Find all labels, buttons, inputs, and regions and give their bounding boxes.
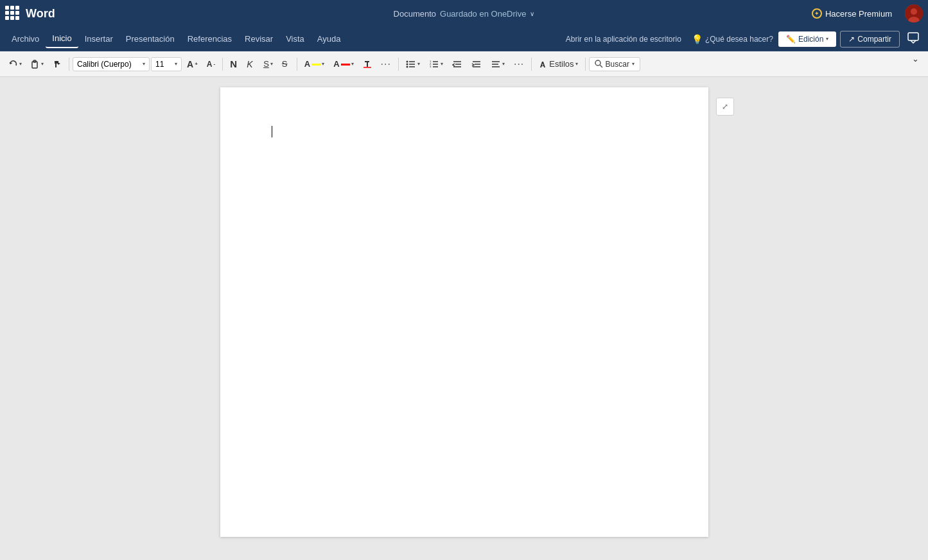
clipboard-button[interactable]: ▾	[27, 57, 48, 71]
format-toolbar: ▾ ▾ Calibri (Cuerpo) ▾ 11 ▾ A+ A- N K S …	[0, 51, 928, 77]
lightbulb-icon: 💡	[692, 34, 703, 44]
clipboard-icon	[31, 60, 40, 69]
bold-button[interactable]: N	[226, 56, 241, 72]
separator-3	[297, 58, 297, 71]
comments-button[interactable]	[904, 30, 923, 49]
align-chevron-icon: ▾	[502, 61, 505, 67]
highlight-chevron-icon: ▾	[322, 61, 324, 67]
align-button[interactable]: ▾	[487, 57, 509, 72]
font-size-chevron-icon: ▾	[175, 61, 177, 67]
svg-point-7	[406, 60, 408, 62]
premium-icon: ✦	[812, 8, 822, 19]
menu-presentacion[interactable]: Presentación	[119, 30, 181, 48]
undo-button[interactable]: ▾	[5, 57, 26, 71]
menu-inicio[interactable]: Inicio	[46, 30, 78, 48]
menu-referencias[interactable]: Referencias	[181, 30, 238, 48]
font-size-value: 11	[155, 60, 164, 69]
indent-increase-icon	[471, 59, 482, 69]
numbering-button[interactable]: 1.2.3. ▾	[425, 57, 447, 72]
clear-format-button[interactable]	[359, 57, 376, 71]
indent-increase-button[interactable]	[468, 57, 486, 72]
save-status-text: Guardado en OneDrive	[440, 9, 526, 19]
font-family-value: Calibri (Cuerpo)	[77, 60, 132, 69]
what-to-do-text: ¿Qué desea hacer?	[705, 35, 773, 44]
bullets-chevron-icon: ▾	[417, 61, 420, 67]
format-painter-button[interactable]	[49, 57, 66, 71]
more-format-icon: ···	[381, 58, 391, 70]
menu-insertar[interactable]: Insertar	[78, 30, 119, 48]
styles-label: Estilos	[549, 59, 573, 69]
more-format-button[interactable]: ···	[377, 56, 395, 73]
user-avatar[interactable]	[905, 4, 923, 22]
font-color-chevron-icon: ▾	[351, 61, 354, 67]
premium-button[interactable]: ✦ Hacerse Premium	[807, 6, 897, 21]
numbering-icon: 1.2.3.	[429, 59, 439, 69]
italic-button[interactable]: K	[243, 57, 258, 72]
menu-bar: Archivo Inicio Insertar Presentación Ref…	[0, 27, 928, 51]
font-family-selector[interactable]: Calibri (Cuerpo) ▾	[73, 57, 150, 71]
share-label: Compartir	[857, 35, 891, 44]
highlight-label: A	[304, 59, 310, 69]
menu-archivo[interactable]: Archivo	[5, 30, 46, 48]
title-chevron-icon[interactable]: ∨	[530, 10, 534, 17]
strikethrough-button[interactable]: S	[278, 57, 293, 71]
more-paragraph-button[interactable]: ···	[510, 56, 528, 73]
toolbar-right-buttons: ✏️ Edición ▾ ↗ Compartir	[778, 30, 923, 49]
highlight-button[interactable]: A ▾	[301, 57, 328, 71]
more-options-button[interactable]: ⌄	[908, 51, 923, 66]
expand-page-button[interactable]	[716, 98, 734, 116]
bullets-button[interactable]: ▾	[402, 57, 424, 72]
document-title-area: Documento Guardado en OneDrive ∨	[394, 9, 535, 19]
undo-icon	[9, 60, 18, 69]
font-shrink-button[interactable]: A-	[203, 57, 219, 71]
highlight-color-indicator	[311, 64, 320, 66]
share-icon: ↗	[848, 35, 855, 44]
clipboard-chevron-icon: ▾	[41, 61, 44, 67]
separator-1	[69, 58, 69, 71]
menu-ayuda[interactable]: Ayuda	[311, 30, 347, 48]
open-desktop-button[interactable]: Abrir en la aplicación de escritorio	[561, 32, 687, 46]
separator-2	[222, 58, 223, 71]
what-to-do-area[interactable]: 💡 ¿Qué desea hacer?	[687, 31, 778, 47]
font-grow-button[interactable]: A+	[183, 57, 202, 72]
svg-rect-3	[908, 33, 918, 40]
search-chevron-icon: ▾	[632, 61, 635, 67]
document-page[interactable]	[220, 87, 708, 537]
align-icon	[491, 59, 501, 69]
title-bar-right: ✦ Hacerse Premium	[807, 4, 923, 22]
font-color-button[interactable]: A ▾	[329, 57, 357, 71]
font-color-label: A	[333, 59, 339, 69]
styles-icon	[539, 60, 548, 69]
indent-decrease-button[interactable]	[448, 57, 466, 72]
doc-title-text: Documento	[394, 9, 436, 19]
comments-icon	[907, 32, 919, 44]
search-icon	[595, 60, 603, 68]
text-cursor	[272, 126, 272, 137]
title-bar: Word Documento Guardado en OneDrive ∨ ✦ …	[0, 0, 928, 27]
menu-vista[interactable]: Vista	[279, 30, 311, 48]
font-family-chevron-icon: ▾	[143, 61, 145, 67]
search-button[interactable]: Buscar ▾	[589, 57, 640, 71]
undo-chevron-icon: ▾	[19, 61, 22, 67]
underline-button[interactable]: S ▾	[259, 57, 277, 71]
share-button[interactable]: ↗ Compartir	[840, 31, 900, 48]
menu-revisar[interactable]: Revisar	[238, 30, 279, 48]
edit-chevron-icon: ▾	[826, 36, 828, 42]
apps-grid-icon[interactable]	[5, 6, 21, 21]
svg-line-29	[600, 65, 602, 67]
separator-6	[585, 58, 586, 71]
premium-label: Hacerse Premium	[825, 9, 892, 19]
format-painter-icon	[53, 60, 62, 69]
page-action-buttons	[716, 98, 734, 116]
styles-button[interactable]: Estilos ▾	[535, 57, 581, 71]
more-paragraph-icon: ···	[514, 58, 524, 70]
edit-button[interactable]: ✏️ Edición ▾	[778, 31, 836, 47]
underline-label: S	[263, 59, 269, 69]
underline-chevron-icon: ▾	[270, 61, 273, 67]
svg-text:3.: 3.	[430, 65, 432, 68]
edit-label: Edición	[798, 35, 823, 44]
avatar-image	[905, 4, 923, 22]
font-size-selector[interactable]: 11 ▾	[151, 57, 182, 71]
pencil-icon: ✏️	[786, 35, 796, 44]
document-area[interactable]	[0, 77, 928, 560]
